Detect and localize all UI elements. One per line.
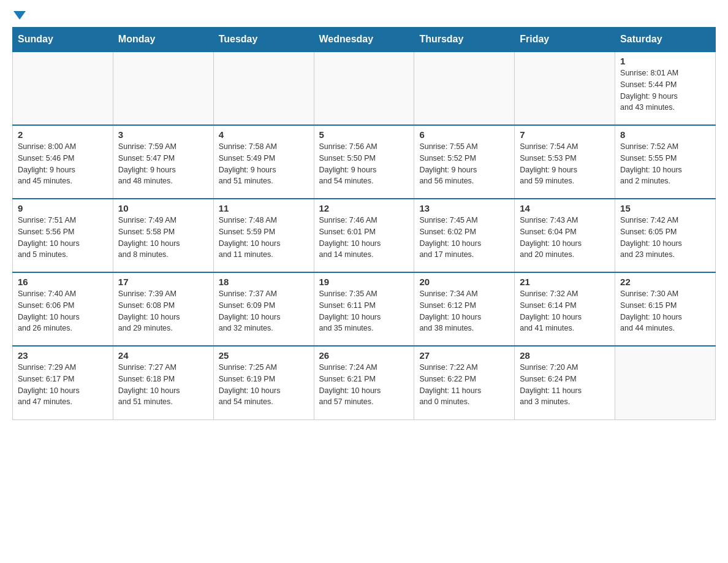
calendar-cell: 13Sunrise: 7:45 AM Sunset: 6:02 PM Dayli…: [414, 199, 515, 272]
day-number: 7: [520, 129, 610, 140]
day-number: 24: [118, 350, 208, 361]
day-number: 28: [520, 350, 610, 361]
day-info: Sunrise: 7:20 AM Sunset: 6:24 PM Dayligh…: [520, 362, 610, 408]
week-row-1: 1Sunrise: 8:01 AM Sunset: 5:44 PM Daylig…: [13, 52, 716, 125]
calendar-cell: [314, 52, 414, 125]
weekday-header-sunday: Sunday: [13, 28, 113, 52]
calendar-cell: 18Sunrise: 7:37 AM Sunset: 6:09 PM Dayli…: [213, 272, 314, 346]
day-info: Sunrise: 7:55 AM Sunset: 5:52 PM Dayligh…: [419, 141, 509, 187]
day-number: 17: [118, 277, 208, 287]
day-number: 6: [419, 129, 509, 140]
weekday-header-wednesday: Wednesday: [314, 28, 414, 52]
calendar-cell: 19Sunrise: 7:35 AM Sunset: 6:11 PM Dayli…: [314, 272, 414, 346]
day-number: 12: [319, 203, 409, 213]
day-info: Sunrise: 7:49 AM Sunset: 5:58 PM Dayligh…: [118, 215, 208, 261]
day-info: Sunrise: 7:58 AM Sunset: 5:49 PM Dayligh…: [219, 141, 309, 187]
calendar-cell: 2Sunrise: 8:00 AM Sunset: 5:46 PM Daylig…: [13, 125, 113, 199]
page-header: [12, 12, 716, 21]
calendar-cell: 1Sunrise: 8:01 AM Sunset: 5:44 PM Daylig…: [615, 52, 716, 125]
calendar-cell: 6Sunrise: 7:55 AM Sunset: 5:52 PM Daylig…: [414, 125, 515, 199]
day-number: 19: [319, 277, 409, 287]
calendar-cell: 7Sunrise: 7:54 AM Sunset: 5:53 PM Daylig…: [515, 125, 615, 199]
calendar-cell: 8Sunrise: 7:52 AM Sunset: 5:55 PM Daylig…: [615, 125, 716, 199]
day-info: Sunrise: 7:40 AM Sunset: 6:06 PM Dayligh…: [18, 288, 108, 334]
day-number: 2: [18, 129, 108, 140]
week-row-4: 16Sunrise: 7:40 AM Sunset: 6:06 PM Dayli…: [13, 272, 716, 346]
logo: [12, 12, 29, 21]
day-info: Sunrise: 7:37 AM Sunset: 6:09 PM Dayligh…: [219, 288, 309, 334]
day-info: Sunrise: 7:46 AM Sunset: 6:01 PM Dayligh…: [319, 215, 409, 261]
calendar-cell: [13, 52, 113, 125]
day-info: Sunrise: 7:39 AM Sunset: 6:08 PM Dayligh…: [118, 288, 208, 334]
day-info: Sunrise: 7:22 AM Sunset: 6:22 PM Dayligh…: [419, 362, 509, 408]
day-number: 8: [620, 129, 710, 140]
calendar-cell: 14Sunrise: 7:43 AM Sunset: 6:04 PM Dayli…: [515, 199, 615, 272]
calendar-cell: 4Sunrise: 7:58 AM Sunset: 5:49 PM Daylig…: [213, 125, 314, 199]
day-number: 16: [18, 277, 108, 287]
calendar-cell: 23Sunrise: 7:29 AM Sunset: 6:17 PM Dayli…: [13, 346, 113, 419]
calendar-cell: 15Sunrise: 7:42 AM Sunset: 6:05 PM Dayli…: [615, 199, 716, 272]
day-number: 27: [419, 350, 509, 361]
day-info: Sunrise: 8:01 AM Sunset: 5:44 PM Dayligh…: [620, 67, 710, 113]
day-number: 11: [219, 203, 309, 213]
day-info: Sunrise: 7:25 AM Sunset: 6:19 PM Dayligh…: [219, 362, 309, 408]
day-info: Sunrise: 7:24 AM Sunset: 6:21 PM Dayligh…: [319, 362, 409, 408]
day-info: Sunrise: 7:45 AM Sunset: 6:02 PM Dayligh…: [419, 215, 509, 261]
calendar-cell: [213, 52, 314, 125]
calendar-cell: 28Sunrise: 7:20 AM Sunset: 6:24 PM Dayli…: [515, 346, 615, 419]
calendar-cell: 22Sunrise: 7:30 AM Sunset: 6:15 PM Dayli…: [615, 272, 716, 346]
day-number: 3: [118, 129, 208, 140]
calendar-table: SundayMondayTuesdayWednesdayThursdayFrid…: [12, 27, 716, 420]
weekday-header-thursday: Thursday: [414, 28, 515, 52]
calendar-cell: 17Sunrise: 7:39 AM Sunset: 6:08 PM Dayli…: [113, 272, 213, 346]
calendar-cell: 11Sunrise: 7:48 AM Sunset: 5:59 PM Dayli…: [213, 199, 314, 272]
calendar-cell: [113, 52, 213, 125]
day-number: 1: [620, 56, 710, 66]
day-number: 9: [18, 203, 108, 213]
calendar-cell: 16Sunrise: 7:40 AM Sunset: 6:06 PM Dayli…: [13, 272, 113, 346]
day-number: 14: [520, 203, 610, 213]
calendar-cell: 12Sunrise: 7:46 AM Sunset: 6:01 PM Dayli…: [314, 199, 414, 272]
weekday-header-monday: Monday: [113, 28, 213, 52]
calendar-cell: [515, 52, 615, 125]
day-number: 10: [118, 203, 208, 213]
day-info: Sunrise: 7:34 AM Sunset: 6:12 PM Dayligh…: [419, 288, 509, 334]
calendar-cell: 9Sunrise: 7:51 AM Sunset: 5:56 PM Daylig…: [13, 199, 113, 272]
day-number: 20: [419, 277, 509, 287]
day-info: Sunrise: 7:29 AM Sunset: 6:17 PM Dayligh…: [18, 362, 108, 408]
day-info: Sunrise: 7:32 AM Sunset: 6:14 PM Dayligh…: [520, 288, 610, 334]
day-info: Sunrise: 7:56 AM Sunset: 5:50 PM Dayligh…: [319, 141, 409, 187]
day-number: 4: [219, 129, 309, 140]
day-info: Sunrise: 7:51 AM Sunset: 5:56 PM Dayligh…: [18, 215, 108, 261]
week-row-2: 2Sunrise: 8:00 AM Sunset: 5:46 PM Daylig…: [13, 125, 716, 199]
calendar-cell: 10Sunrise: 7:49 AM Sunset: 5:58 PM Dayli…: [113, 199, 213, 272]
calendar-cell: [414, 52, 515, 125]
day-number: 23: [18, 350, 108, 361]
day-info: Sunrise: 7:43 AM Sunset: 6:04 PM Dayligh…: [520, 215, 610, 261]
weekday-header-friday: Friday: [515, 28, 615, 52]
calendar-cell: [615, 346, 716, 419]
day-info: Sunrise: 7:54 AM Sunset: 5:53 PM Dayligh…: [520, 141, 610, 187]
week-row-3: 9Sunrise: 7:51 AM Sunset: 5:56 PM Daylig…: [13, 199, 716, 272]
weekday-header-tuesday: Tuesday: [213, 28, 314, 52]
day-info: Sunrise: 7:27 AM Sunset: 6:18 PM Dayligh…: [118, 362, 208, 408]
day-number: 13: [419, 203, 509, 213]
logo-triangle-icon: [13, 11, 26, 20]
day-info: Sunrise: 7:59 AM Sunset: 5:47 PM Dayligh…: [118, 141, 208, 187]
week-row-5: 23Sunrise: 7:29 AM Sunset: 6:17 PM Dayli…: [13, 346, 716, 419]
calendar-cell: 21Sunrise: 7:32 AM Sunset: 6:14 PM Dayli…: [515, 272, 615, 346]
day-number: 18: [219, 277, 309, 287]
day-info: Sunrise: 7:30 AM Sunset: 6:15 PM Dayligh…: [620, 288, 710, 334]
day-number: 15: [620, 203, 710, 213]
day-number: 22: [620, 277, 710, 287]
day-number: 21: [520, 277, 610, 287]
day-info: Sunrise: 7:35 AM Sunset: 6:11 PM Dayligh…: [319, 288, 409, 334]
day-info: Sunrise: 7:52 AM Sunset: 5:55 PM Dayligh…: [620, 141, 710, 187]
day-info: Sunrise: 8:00 AM Sunset: 5:46 PM Dayligh…: [18, 141, 108, 187]
day-number: 26: [319, 350, 409, 361]
weekday-header-saturday: Saturday: [615, 28, 716, 52]
day-number: 5: [319, 129, 409, 140]
calendar-cell: 24Sunrise: 7:27 AM Sunset: 6:18 PM Dayli…: [113, 346, 213, 419]
weekday-header-row: SundayMondayTuesdayWednesdayThursdayFrid…: [13, 28, 716, 52]
day-info: Sunrise: 7:42 AM Sunset: 6:05 PM Dayligh…: [620, 215, 710, 261]
